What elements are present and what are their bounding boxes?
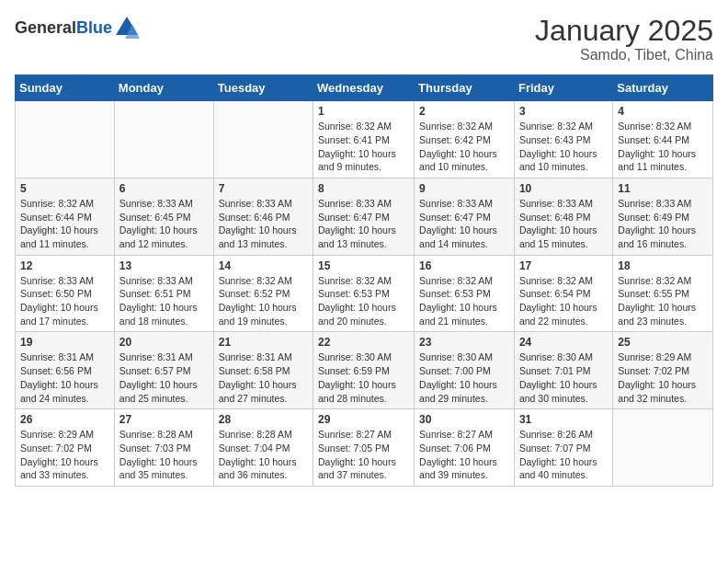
day-number: 9 — [419, 182, 509, 195]
calendar-cell: 29Sunrise: 8:27 AM Sunset: 7:05 PM Dayli… — [313, 409, 415, 487]
day-info: Sunrise: 8:30 AM Sunset: 6:59 PM Dayligh… — [318, 350, 409, 405]
day-number: 31 — [519, 413, 608, 426]
day-info: Sunrise: 8:32 AM Sunset: 6:43 PM Dayligh… — [519, 120, 608, 174]
day-number: 24 — [519, 336, 608, 349]
logo: GeneralBlue — [15, 15, 140, 40]
logo-blue: Blue — [76, 18, 112, 37]
day-number: 16 — [419, 259, 509, 272]
page-header: GeneralBlue January 2025 Samdo, Tibet, C… — [15, 15, 713, 63]
day-number: 20 — [119, 336, 209, 349]
day-info: Sunrise: 8:32 AM Sunset: 6:41 PM Dayligh… — [318, 120, 409, 174]
calendar-cell: 6Sunrise: 8:33 AM Sunset: 6:45 PM Daylig… — [114, 178, 213, 255]
calendar-cell: 7Sunrise: 8:33 AM Sunset: 6:46 PM Daylig… — [213, 178, 313, 255]
calendar-cell — [114, 101, 213, 178]
calendar-cell: 18Sunrise: 8:32 AM Sunset: 6:55 PM Dayli… — [613, 255, 713, 332]
calendar-header-row: SundayMondayTuesdayWednesdayThursdayFrid… — [16, 75, 713, 101]
calendar-cell: 16Sunrise: 8:32 AM Sunset: 6:53 PM Dayli… — [415, 255, 515, 332]
day-info: Sunrise: 8:32 AM Sunset: 6:55 PM Dayligh… — [618, 274, 708, 328]
calendar-cell: 23Sunrise: 8:30 AM Sunset: 7:00 PM Dayli… — [415, 332, 515, 409]
day-info: Sunrise: 8:33 AM Sunset: 6:46 PM Dayligh… — [219, 197, 308, 251]
calendar-cell: 13Sunrise: 8:33 AM Sunset: 6:51 PM Dayli… — [114, 255, 213, 332]
calendar-week-row: 12Sunrise: 8:33 AM Sunset: 6:50 PM Dayli… — [16, 255, 713, 332]
day-number: 14 — [219, 259, 308, 272]
calendar-cell: 31Sunrise: 8:26 AM Sunset: 7:07 PM Dayli… — [514, 409, 612, 487]
calendar-cell: 20Sunrise: 8:31 AM Sunset: 6:57 PM Dayli… — [114, 332, 213, 409]
day-info: Sunrise: 8:32 AM Sunset: 6:54 PM Dayligh… — [519, 274, 608, 328]
calendar-cell: 12Sunrise: 8:33 AM Sunset: 6:50 PM Dayli… — [16, 255, 115, 332]
calendar-cell: 1Sunrise: 8:32 AM Sunset: 6:41 PM Daylig… — [313, 101, 415, 178]
calendar-cell: 22Sunrise: 8:30 AM Sunset: 6:59 PM Dayli… — [313, 332, 415, 409]
day-info: Sunrise: 8:29 AM Sunset: 7:02 PM Dayligh… — [618, 350, 708, 405]
day-header-wednesday: Wednesday — [313, 75, 415, 101]
day-number: 23 — [419, 336, 509, 349]
day-info: Sunrise: 8:28 AM Sunset: 7:04 PM Dayligh… — [219, 428, 308, 482]
calendar-week-row: 5Sunrise: 8:32 AM Sunset: 6:44 PM Daylig… — [16, 178, 713, 255]
day-number: 18 — [618, 259, 708, 272]
calendar-cell: 10Sunrise: 8:33 AM Sunset: 6:48 PM Dayli… — [514, 178, 612, 255]
calendar-cell: 19Sunrise: 8:31 AM Sunset: 6:56 PM Dayli… — [16, 332, 115, 409]
logo-text: GeneralBlue — [15, 18, 112, 38]
logo-general: General — [15, 18, 76, 37]
day-number: 28 — [219, 413, 308, 426]
day-info: Sunrise: 8:33 AM Sunset: 6:47 PM Dayligh… — [419, 197, 509, 251]
day-info: Sunrise: 8:30 AM Sunset: 7:01 PM Dayligh… — [519, 350, 608, 405]
day-number: 1 — [318, 105, 409, 118]
calendar-cell: 28Sunrise: 8:28 AM Sunset: 7:04 PM Dayli… — [213, 409, 313, 487]
day-number: 26 — [20, 413, 109, 426]
day-info: Sunrise: 8:33 AM Sunset: 6:49 PM Dayligh… — [618, 197, 708, 251]
day-number: 6 — [119, 182, 209, 195]
day-number: 19 — [20, 336, 109, 349]
day-number: 29 — [318, 413, 409, 426]
calendar-cell: 21Sunrise: 8:31 AM Sunset: 6:58 PM Dayli… — [213, 332, 313, 409]
day-info: Sunrise: 8:32 AM Sunset: 6:42 PM Dayligh… — [419, 120, 509, 174]
day-number: 2 — [419, 105, 509, 118]
calendar-week-row: 19Sunrise: 8:31 AM Sunset: 6:56 PM Dayli… — [16, 332, 713, 409]
day-info: Sunrise: 8:32 AM Sunset: 6:44 PM Dayligh… — [20, 197, 109, 251]
day-info: Sunrise: 8:33 AM Sunset: 6:51 PM Dayligh… — [119, 274, 209, 328]
calendar-cell: 24Sunrise: 8:30 AM Sunset: 7:01 PM Dayli… — [514, 332, 612, 409]
calendar-cell: 11Sunrise: 8:33 AM Sunset: 6:49 PM Dayli… — [613, 178, 713, 255]
day-info: Sunrise: 8:27 AM Sunset: 7:05 PM Dayligh… — [318, 428, 409, 482]
day-number: 27 — [119, 413, 209, 426]
day-info: Sunrise: 8:26 AM Sunset: 7:07 PM Dayligh… — [519, 428, 608, 482]
day-info: Sunrise: 8:33 AM Sunset: 6:48 PM Dayligh… — [519, 197, 608, 251]
day-info: Sunrise: 8:33 AM Sunset: 6:50 PM Dayligh… — [20, 274, 109, 328]
calendar-cell: 4Sunrise: 8:32 AM Sunset: 6:44 PM Daylig… — [613, 101, 713, 178]
day-info: Sunrise: 8:29 AM Sunset: 7:02 PM Dayligh… — [20, 428, 109, 482]
calendar-cell: 5Sunrise: 8:32 AM Sunset: 6:44 PM Daylig… — [16, 178, 115, 255]
calendar-cell: 26Sunrise: 8:29 AM Sunset: 7:02 PM Dayli… — [16, 409, 115, 487]
day-number: 3 — [519, 105, 608, 118]
day-info: Sunrise: 8:33 AM Sunset: 6:45 PM Dayligh… — [119, 197, 209, 251]
calendar-cell — [213, 101, 313, 178]
day-header-saturday: Saturday — [613, 75, 713, 101]
day-header-thursday: Thursday — [415, 75, 515, 101]
calendar-cell: 30Sunrise: 8:27 AM Sunset: 7:06 PM Dayli… — [415, 409, 515, 487]
calendar-table: SundayMondayTuesdayWednesdayThursdayFrid… — [15, 75, 713, 487]
calendar-cell: 25Sunrise: 8:29 AM Sunset: 7:02 PM Dayli… — [613, 332, 713, 409]
day-header-monday: Monday — [114, 75, 213, 101]
day-info: Sunrise: 8:33 AM Sunset: 6:47 PM Dayligh… — [318, 197, 409, 251]
calendar-week-row: 1Sunrise: 8:32 AM Sunset: 6:41 PM Daylig… — [16, 101, 713, 178]
calendar-cell: 2Sunrise: 8:32 AM Sunset: 6:42 PM Daylig… — [415, 101, 515, 178]
day-info: Sunrise: 8:32 AM Sunset: 6:53 PM Dayligh… — [419, 274, 509, 328]
calendar-week-row: 26Sunrise: 8:29 AM Sunset: 7:02 PM Dayli… — [16, 409, 713, 487]
day-number: 30 — [419, 413, 509, 426]
day-info: Sunrise: 8:27 AM Sunset: 7:06 PM Dayligh… — [419, 428, 509, 482]
day-info: Sunrise: 8:32 AM Sunset: 6:52 PM Dayligh… — [219, 274, 308, 328]
day-header-sunday: Sunday — [16, 75, 115, 101]
calendar-cell — [613, 409, 713, 487]
calendar-cell — [16, 101, 115, 178]
calendar-cell: 3Sunrise: 8:32 AM Sunset: 6:43 PM Daylig… — [514, 101, 612, 178]
day-info: Sunrise: 8:31 AM Sunset: 6:57 PM Dayligh… — [119, 350, 209, 405]
title-block: January 2025 Samdo, Tibet, China — [535, 15, 713, 63]
day-number: 4 — [618, 105, 708, 118]
day-header-friday: Friday — [514, 75, 612, 101]
calendar-title: January 2025 — [535, 15, 713, 47]
day-info: Sunrise: 8:28 AM Sunset: 7:03 PM Dayligh… — [119, 428, 209, 482]
calendar-subtitle: Samdo, Tibet, China — [535, 47, 713, 63]
day-info: Sunrise: 8:32 AM Sunset: 6:44 PM Dayligh… — [618, 120, 708, 174]
day-header-tuesday: Tuesday — [213, 75, 313, 101]
logo-icon — [114, 15, 140, 40]
day-number: 15 — [318, 259, 409, 272]
day-number: 7 — [219, 182, 308, 195]
